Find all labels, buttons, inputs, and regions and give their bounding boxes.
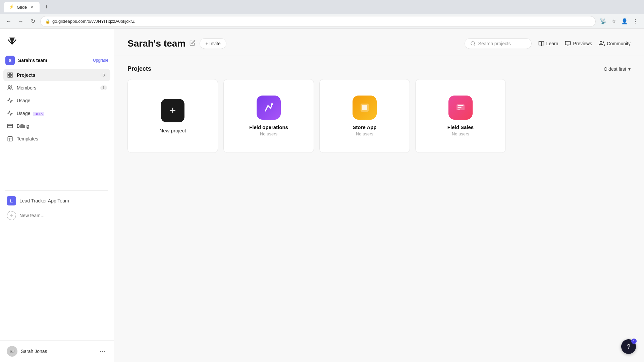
project-card-store-app[interactable]: Store App No users [319, 79, 410, 153]
svg-line-11 [474, 45, 475, 46]
field-operations-name: Field operations [249, 124, 288, 130]
store-app-users: No users [356, 131, 373, 136]
search-icon [470, 41, 476, 46]
new-project-icon: + [161, 99, 184, 122]
team-section: S Sarah's team Upgrade [0, 53, 114, 68]
projects-section-title: Projects [127, 65, 151, 72]
sidebar-item-usage-beta[interactable]: Usage BETA [3, 107, 110, 119]
tab-favicon: ⚡ [9, 4, 14, 10]
cast-button[interactable]: 📡 [598, 17, 608, 26]
url-text: go.glideapps.com/o/vvJNYITxjzzA0okjckrZ [52, 19, 135, 24]
project-card-field-operations[interactable]: Field operations No users [223, 79, 314, 153]
nav-actions: 📡 ☆ 👤 ⋮ [598, 17, 640, 26]
sidebar-item-usage[interactable]: Usage [3, 95, 110, 107]
help-notification-badge: 1 [631, 339, 637, 344]
svg-rect-1 [11, 73, 12, 74]
profile-button[interactable]: 👤 [620, 17, 629, 26]
help-button[interactable]: ? 1 [621, 339, 636, 354]
usage-icon [7, 97, 13, 104]
search-projects-input[interactable]: Search projects [465, 38, 532, 49]
forward-button[interactable]: → [16, 17, 25, 26]
tab-close-button[interactable]: ✕ [30, 4, 35, 10]
sidebar-item-lead-tracker[interactable]: L Lead Tracker App Team [0, 193, 114, 208]
field-sales-name: Field Sales [447, 124, 474, 130]
svg-rect-18 [362, 105, 367, 110]
svg-rect-20 [458, 105, 464, 106]
store-app-icon [353, 96, 377, 120]
community-button[interactable]: Community [599, 41, 631, 47]
templates-label: Templates [17, 136, 107, 141]
new-project-card[interactable]: + New project [127, 79, 218, 153]
new-tab-button[interactable]: + [42, 2, 51, 12]
lead-tracker-avatar: L [7, 196, 16, 205]
active-tab[interactable]: ⚡ Glide ✕ [4, 2, 40, 12]
app-layout: S Sarah's team Upgrade Projects 3 [0, 29, 644, 362]
user-more-button[interactable]: ⋯ [98, 346, 107, 356]
sidebar: S Sarah's team Upgrade Projects 3 [0, 29, 114, 362]
tab-title: Glide [17, 5, 27, 10]
community-label: Community [607, 41, 631, 46]
usage-label: Usage [17, 98, 107, 103]
lead-tracker-label: Lead Tracker App Team [19, 198, 69, 203]
search-placeholder: Search projects [478, 41, 511, 46]
svg-rect-21 [458, 107, 462, 108]
upgrade-button[interactable]: Upgrade [93, 58, 108, 63]
members-label: Members [17, 85, 97, 90]
sort-chevron-icon: ▾ [628, 66, 631, 72]
new-team-button[interactable]: + New team... [0, 208, 114, 223]
browser-chrome: ⚡ Glide ✕ + [0, 0, 644, 14]
sidebar-item-projects[interactable]: Projects 3 [3, 69, 110, 81]
main-content: Sarah's team + Invite Search projects [114, 29, 644, 362]
app-logo[interactable] [0, 29, 114, 53]
project-card-field-sales[interactable]: Field Sales No users [415, 79, 506, 153]
community-icon [599, 41, 605, 47]
header-right: Search projects Learn Previews [465, 38, 631, 49]
learn-button[interactable]: Learn [538, 41, 558, 47]
field-operations-icon [257, 96, 281, 120]
lock-icon: 🔒 [45, 19, 50, 24]
svg-point-10 [471, 42, 475, 45]
members-badge: 1 [100, 85, 107, 90]
previews-label: Previews [573, 41, 592, 46]
previews-button[interactable]: Previews [565, 41, 592, 47]
tab-bar: ⚡ Glide ✕ + [4, 2, 51, 12]
grid-icon [7, 72, 13, 78]
beta-badge: BETA [33, 112, 44, 116]
team-info[interactable]: S Sarah's team [5, 56, 47, 65]
sort-button[interactable]: Oldest first ▾ [604, 66, 631, 72]
store-app-name: Store App [353, 124, 376, 130]
user-info: SJ Sarah Jonas [7, 346, 47, 357]
templates-icon [7, 135, 13, 142]
billing-label: Billing [17, 123, 107, 129]
edit-team-name-button[interactable] [190, 40, 196, 48]
help-icon: ? [627, 343, 630, 350]
projects-grid: + New project Field operations No users [127, 79, 631, 153]
usage-beta-icon [7, 110, 13, 117]
menu-button[interactable]: ⋮ [631, 17, 640, 26]
address-bar[interactable]: 🔒 go.glideapps.com/o/vvJNYITxjzzA0okjckr… [40, 16, 596, 27]
members-icon [7, 84, 13, 91]
reload-button[interactable]: ↻ [28, 17, 38, 26]
user-avatar: SJ [7, 346, 17, 357]
sidebar-item-members[interactable]: Members 1 [3, 82, 110, 94]
svg-point-15 [600, 41, 602, 43]
new-project-label: New project [159, 128, 186, 133]
sidebar-item-templates[interactable]: Templates [3, 133, 110, 145]
new-team-icon: + [7, 211, 16, 220]
back-button[interactable]: ← [4, 17, 13, 26]
nav-items: Projects 3 Members 1 [0, 68, 114, 188]
field-sales-users: No users [452, 131, 469, 136]
preview-icon [565, 41, 571, 47]
svg-rect-0 [8, 73, 9, 74]
sort-label: Oldest first [604, 66, 626, 72]
billing-icon [7, 123, 13, 129]
svg-rect-3 [11, 76, 12, 77]
invite-button[interactable]: + Invite [200, 38, 226, 49]
bookmark-button[interactable]: ☆ [609, 17, 619, 26]
glide-logo-icon [7, 36, 17, 46]
header-left: Sarah's team + Invite [127, 38, 226, 49]
field-operations-users: No users [260, 131, 277, 136]
sidebar-item-billing[interactable]: Billing [3, 120, 110, 132]
svg-rect-2 [8, 76, 9, 77]
field-sales-icon [448, 96, 473, 120]
